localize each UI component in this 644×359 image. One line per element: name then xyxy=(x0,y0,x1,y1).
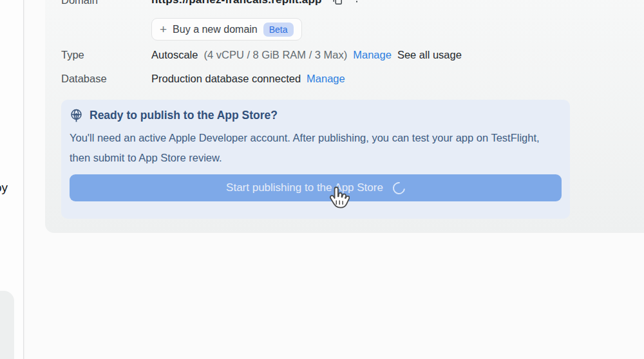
spinner-icon xyxy=(390,180,408,197)
pane-divider[interactable] xyxy=(23,0,24,359)
copy-icon[interactable] xyxy=(332,0,343,5)
buy-domain-button[interactable]: + Buy a new domain Beta xyxy=(151,18,302,41)
publish-card-description: You'll need an active Apple Developer ac… xyxy=(70,128,562,168)
publish-card-header: Ready to publish to the App Store? xyxy=(70,109,562,122)
database-manage-link[interactable]: Manage xyxy=(307,73,345,85)
type-manage-link[interactable]: Manage xyxy=(353,49,392,61)
type-label: Type xyxy=(61,49,151,61)
globe-arrow-icon xyxy=(70,109,83,122)
left-sidebar: oy xyxy=(0,0,23,359)
type-specs: (4 vCPU / 8 GiB RAM / 3 Max) xyxy=(204,49,347,61)
buy-domain-label: Buy a new domain xyxy=(173,24,258,35)
database-label: Database xyxy=(61,73,151,85)
deployment-settings-screen: oy Domain https://parlez-francais.replit… xyxy=(0,0,644,359)
database-status: Production database connected xyxy=(151,73,301,85)
start-publishing-button[interactable]: Start publishing to the App Store xyxy=(70,174,562,201)
domain-label: Domain xyxy=(61,0,151,6)
deployment-content: Domain https://parlez-francais.replit.ap… xyxy=(61,0,570,219)
publish-card-title: Ready to publish to the App Store? xyxy=(90,109,278,122)
sidebar-bottom-panel xyxy=(0,291,14,359)
type-row: Type Autoscale (4 vCPU / 8 GiB RAM / 3 M… xyxy=(61,49,462,61)
domain-row: Domain https://parlez-francais.replit.ap… xyxy=(61,0,366,6)
domain-url[interactable]: https://parlez-francais.replit.app xyxy=(151,0,322,6)
app-store-publish-card: Ready to publish to the App Store? You'l… xyxy=(61,100,570,219)
plus-icon: + xyxy=(160,23,167,35)
deployment-panel: Domain https://parlez-francais.replit.ap… xyxy=(45,0,644,233)
sidebar-clipped-label: oy xyxy=(0,181,8,195)
database-row: Database Production database connected M… xyxy=(61,73,345,85)
start-publishing-label: Start publishing to the App Store xyxy=(226,181,383,194)
see-all-usage-link[interactable]: See all usage xyxy=(397,49,462,61)
qr-code-icon[interactable] xyxy=(355,0,366,5)
type-value: Autoscale xyxy=(151,49,198,61)
beta-badge: Beta xyxy=(263,23,294,37)
